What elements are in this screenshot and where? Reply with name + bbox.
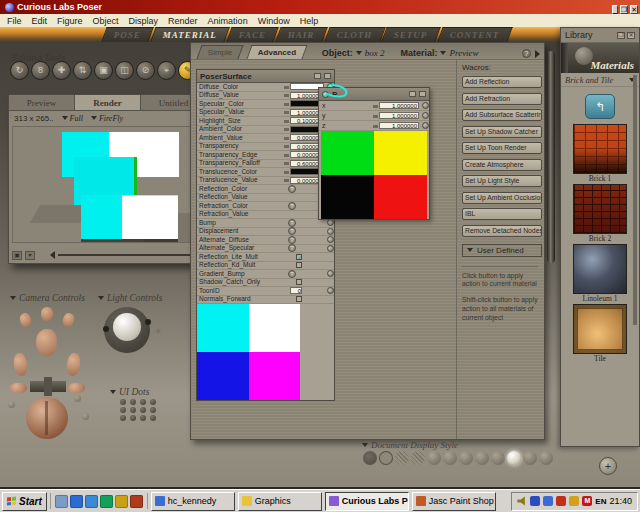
tab-cloth[interactable]: CLOTH xyxy=(324,27,385,42)
wacro-set-up-ambient-occlusion[interactable]: Set Up Ambient Occlusion xyxy=(462,192,542,204)
ie-icon[interactable] xyxy=(70,495,83,508)
taper-tool[interactable]: ◫ xyxy=(115,61,134,80)
rotate-tool[interactable]: ↻ xyxy=(10,61,29,80)
library-restore-icon[interactable]: ❐ xyxy=(617,32,625,39)
wacro-add-subsurface-scattering[interactable]: Add Subsurface Scattering xyxy=(462,109,542,121)
anim-key-icon[interactable] xyxy=(284,102,289,106)
wacro-create-atmosphere[interactable]: Create Atmosphere xyxy=(462,159,542,171)
ui-dot[interactable] xyxy=(150,415,156,421)
plug-icon[interactable] xyxy=(422,112,429,119)
display-style-sphere[interactable] xyxy=(539,451,553,465)
task-curious-labs-poser[interactable]: Curious Labs Poser xyxy=(325,492,409,511)
tab-material[interactable]: MATERIAL xyxy=(150,27,229,42)
node-anim-icon[interactable] xyxy=(314,73,321,79)
surface-row[interactable]: Shadow_Catch_Only xyxy=(197,279,334,288)
translate-tool[interactable]: ✚ xyxy=(52,61,71,80)
plug-icon[interactable] xyxy=(327,287,334,294)
checkbox[interactable] xyxy=(296,296,302,302)
material-thumbnail[interactable] xyxy=(573,124,627,174)
tab-content[interactable]: CONTENT xyxy=(437,27,512,42)
anim-key-icon[interactable] xyxy=(284,136,289,140)
poser-surface-node[interactable]: PoserSurface Diffuse_ColorDiffuse_Value1… xyxy=(196,69,335,401)
wacro-set-up-shadow-catcher[interactable]: Set Up Shadow Catcher xyxy=(462,126,542,138)
light-controls-label[interactable]: Light Controls xyxy=(98,293,162,303)
start-button[interactable]: Start xyxy=(2,492,47,511)
display-style-sphere[interactable] xyxy=(379,451,393,465)
p-node-row[interactable]: z1.000000 xyxy=(319,121,429,131)
renderer-dropdown[interactable]: FireFly xyxy=(91,114,123,123)
anim-key-icon[interactable] xyxy=(284,93,289,97)
light-handle[interactable] xyxy=(103,326,109,332)
menu-file[interactable]: File xyxy=(2,15,27,27)
material-thumbnail[interactable] xyxy=(573,304,627,354)
surface-row[interactable]: Reflection_Lite_Mult✓ xyxy=(197,253,334,262)
surface-row[interactable]: Transparency_Falloff0.600000 xyxy=(197,160,334,169)
library-tab[interactable]: Library ❐ ✕ xyxy=(561,28,639,43)
value-field[interactable]: 1.000000 xyxy=(379,122,419,129)
tab-face[interactable]: FACE xyxy=(226,27,279,42)
wacro-add-reflection[interactable]: Add Reflection xyxy=(462,76,542,88)
ui-dot[interactable] xyxy=(140,407,146,413)
add-button[interactable]: + xyxy=(599,457,617,475)
anim-key-icon[interactable] xyxy=(373,114,378,118)
node-input-plug[interactable] xyxy=(322,91,329,98)
anim-key-icon[interactable] xyxy=(284,144,289,148)
tray-icon-3[interactable] xyxy=(556,496,566,506)
panel-expand-icon[interactable] xyxy=(535,50,540,58)
camera-arm-icon[interactable] xyxy=(10,383,27,393)
compare-icon[interactable]: ▣ xyxy=(12,251,22,260)
tab-setup[interactable]: SETUP xyxy=(382,27,441,42)
tray-icon-1[interactable] xyxy=(530,496,540,506)
display-style-sphere[interactable] xyxy=(523,451,537,465)
surface-row[interactable]: Bump? xyxy=(197,219,334,228)
chain-break-tool[interactable]: ⊘ xyxy=(136,61,155,80)
library-close-icon[interactable]: ✕ xyxy=(627,32,635,39)
object-selector[interactable]: Object: box 2 xyxy=(322,48,385,59)
ui-dot[interactable] xyxy=(120,407,126,413)
preview-tab-render[interactable]: Render xyxy=(75,95,141,110)
value-field[interactable]: 1.000000 xyxy=(379,112,419,119)
anim-key-icon[interactable] xyxy=(284,127,289,131)
node-option-icon[interactable]: ? xyxy=(288,244,296,252)
camera-head-top-icon[interactable] xyxy=(41,307,53,321)
tray-icon-4[interactable] xyxy=(569,496,579,506)
anim-key-icon[interactable] xyxy=(284,153,289,157)
surface-row[interactable]: Highlight_Size0.100000 xyxy=(197,117,334,126)
display-style-sphere[interactable] xyxy=(427,451,441,465)
node-option-icon[interactable]: ? xyxy=(288,236,296,244)
camera-face-icon[interactable] xyxy=(36,329,57,356)
surface-row[interactable]: Diffuse_Value1.000000 xyxy=(197,92,334,101)
ui-dot[interactable] xyxy=(120,399,126,405)
p-node-row[interactable]: x1.000000 xyxy=(319,101,429,111)
plug-icon[interactable] xyxy=(327,228,334,235)
camera-hand-icon[interactable] xyxy=(61,312,75,328)
plug-icon[interactable] xyxy=(327,270,334,277)
display-style-sphere[interactable] xyxy=(507,451,521,465)
camera-arm-icon[interactable] xyxy=(68,383,85,393)
checkbox[interactable]: ✓ xyxy=(296,254,302,260)
light-controls[interactable] xyxy=(104,307,150,353)
winamp-icon[interactable] xyxy=(115,495,128,508)
menu-window[interactable]: Window xyxy=(253,15,295,27)
material-thumbnail[interactable] xyxy=(573,244,627,294)
value-field[interactable]: 1.000000 xyxy=(379,102,419,109)
task-jasc-paint-shop-pro[interactable]: Jasc Paint Shop Pro xyxy=(412,492,496,511)
display-style-label[interactable]: Document Display Style xyxy=(362,440,458,450)
tray-icon-2[interactable] xyxy=(543,496,553,506)
mcafee-icon[interactable]: M xyxy=(582,496,592,506)
ui-dots-label[interactable]: UI Dots xyxy=(110,387,149,397)
surface-row[interactable]: Reflection_Value xyxy=(197,194,334,203)
checkbox[interactable] xyxy=(296,279,302,285)
plug-icon[interactable] xyxy=(422,122,429,129)
display-style-sphere[interactable] xyxy=(363,451,377,465)
node-collapse-icon[interactable] xyxy=(324,73,331,79)
options-icon[interactable]: ▾ xyxy=(25,251,35,260)
surface-row[interactable]: Normals_Forward xyxy=(197,296,334,305)
ui-dot[interactable] xyxy=(150,407,156,413)
node-header[interactable]: P xyxy=(319,88,429,101)
plug-icon[interactable] xyxy=(327,245,334,252)
volume-icon[interactable] xyxy=(517,496,527,506)
surface-row[interactable]: Specular_Value1.000000 xyxy=(197,109,334,118)
tab-pose[interactable]: POSE xyxy=(101,27,153,42)
plug-icon[interactable] xyxy=(327,236,334,243)
